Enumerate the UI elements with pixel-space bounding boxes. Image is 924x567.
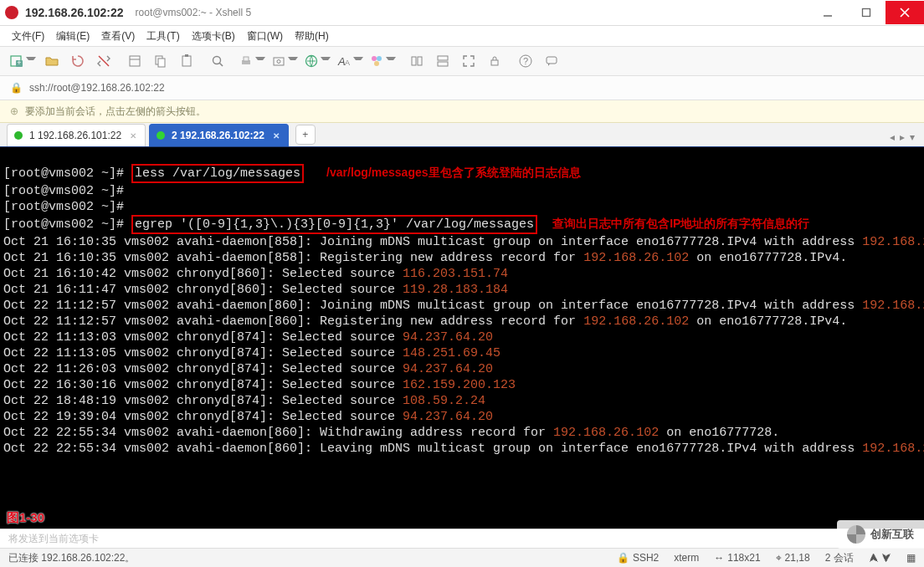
tab-2-label: 2 192.168.26.102:22 bbox=[172, 130, 264, 141]
svg-point-19 bbox=[277, 60, 280, 64]
paste-button[interactable] bbox=[174, 49, 199, 73]
svg-point-25 bbox=[374, 61, 379, 66]
tab-1[interactable]: 1 192.168.26.101:22 ✕ bbox=[7, 124, 146, 146]
svg-rect-30 bbox=[491, 60, 498, 65]
input-placeholder: 将发送到当前选项卡 bbox=[8, 532, 99, 546]
svg-text:A: A bbox=[345, 59, 350, 67]
figure-label: 图1-30 bbox=[7, 509, 44, 525]
svg-rect-18 bbox=[274, 58, 284, 65]
log-output: Oct 21 16:10:35 vms002 avahi-daemon[858]… bbox=[3, 234, 921, 457]
watermark-logo-icon bbox=[847, 525, 865, 544]
svg-text:+: + bbox=[17, 59, 21, 67]
transfer-button[interactable] bbox=[301, 49, 333, 73]
status-grid-icon[interactable]: ▦ bbox=[906, 552, 916, 564]
toggle-layout-vertical-button[interactable] bbox=[430, 49, 455, 73]
svg-rect-12 bbox=[182, 56, 191, 66]
tab-status-icon bbox=[157, 131, 165, 140]
tab-nav: ◂ ▸ ▾ bbox=[887, 131, 917, 143]
svg-point-23 bbox=[372, 56, 377, 61]
hint-bar: ⊕ 要添加当前会话，点击左侧的箭头按钮。 bbox=[0, 100, 924, 123]
svg-line-15 bbox=[219, 63, 223, 66]
cmd-egrep-box: egrep '([0-9]{1,3}\.){3}[0-9]{1,3}' /var… bbox=[131, 215, 537, 234]
prompt: [root@vms002 ~]# bbox=[3, 184, 124, 198]
title-address: 192.168.26.102:22 bbox=[25, 6, 124, 19]
copy-button[interactable] bbox=[148, 49, 173, 73]
menu-tab[interactable]: 选项卡(B) bbox=[192, 29, 235, 43]
tab-prev-icon[interactable]: ◂ bbox=[890, 131, 895, 143]
svg-text:?: ? bbox=[523, 56, 528, 66]
tab-1-label: 1 192.168.26.101:22 bbox=[29, 130, 121, 141]
annotation-less: /var/log/messages里包含了系统登陆的日志信息 bbox=[326, 166, 580, 179]
lock-icon: 🔒 bbox=[617, 552, 629, 564]
minimize-button[interactable] bbox=[808, 1, 847, 24]
forum-button[interactable] bbox=[539, 49, 564, 73]
terminal[interactable]: [root@vms002 ~]# less /var/log/messages … bbox=[0, 147, 924, 529]
toggle-layout-horizontal-button[interactable] bbox=[404, 49, 429, 73]
tab-next-icon[interactable]: ▸ bbox=[900, 131, 905, 143]
disconnect-button[interactable] bbox=[91, 49, 116, 73]
prompt: [root@vms002 ~]# bbox=[3, 166, 124, 181]
menu-view[interactable]: 查看(V) bbox=[101, 29, 135, 43]
app-logo-icon bbox=[5, 6, 18, 19]
menu-file[interactable]: 文件(F) bbox=[12, 29, 44, 43]
tab-2[interactable]: 2 192.168.26.102:22 ✕ bbox=[149, 124, 289, 146]
address-text: ssh://root@192.168.26.102:22 bbox=[29, 82, 165, 94]
maximize-button[interactable] bbox=[847, 1, 886, 24]
tab-2-close-icon[interactable]: ✕ bbox=[273, 131, 280, 140]
fullscreen-button[interactable] bbox=[456, 49, 481, 73]
svg-rect-8 bbox=[130, 56, 140, 66]
svg-rect-33 bbox=[547, 57, 557, 64]
reconnect-button[interactable] bbox=[65, 49, 90, 73]
status-bar: 已连接 192.168.26.102:22。 🔒SSH2 xterm ↔118x… bbox=[0, 548, 924, 567]
lock-button[interactable] bbox=[482, 49, 507, 73]
cmd-less-box: less /var/log/messages bbox=[131, 164, 304, 183]
find-button[interactable] bbox=[205, 49, 230, 73]
title-bar: 192.168.26.102:22 root@vms002:~ - Xshell… bbox=[0, 0, 924, 26]
svg-point-24 bbox=[377, 56, 382, 61]
status-size: ↔118x21 bbox=[714, 552, 760, 564]
cursor-icon: ⌖ bbox=[776, 552, 782, 564]
colorscheme-button[interactable] bbox=[367, 49, 398, 73]
open-button[interactable] bbox=[39, 49, 64, 73]
prompt: [root@vms002 ~]# bbox=[3, 200, 124, 214]
menu-bar: 文件(F) 编辑(E) 查看(V) 工具(T) 选项卡(B) 窗口(W) 帮助(… bbox=[0, 26, 924, 47]
help-button[interactable]: ? bbox=[513, 49, 538, 73]
hint-text: 要添加当前会话，点击左侧的箭头按钮。 bbox=[25, 105, 206, 119]
svg-rect-28 bbox=[438, 56, 448, 60]
status-sessions: 2 会话 bbox=[825, 551, 854, 565]
svg-rect-26 bbox=[412, 57, 416, 65]
close-button[interactable] bbox=[886, 1, 924, 24]
watermark: 创新互联 bbox=[837, 520, 924, 549]
annotation-egrep: 查询出日志中所有包含IP地址的所有字符信息的行 bbox=[552, 217, 809, 230]
new-session-button[interactable]: + bbox=[7, 49, 38, 73]
svg-rect-13 bbox=[185, 54, 188, 57]
lock-icon: 🔒 bbox=[10, 82, 23, 94]
tab-status-icon bbox=[14, 131, 23, 140]
command-input-bar[interactable]: 将发送到当前选项卡 bbox=[0, 529, 924, 548]
status-cursor: ⌖21,18 bbox=[776, 552, 810, 564]
add-tab-button[interactable]: + bbox=[295, 125, 316, 145]
status-ssh: 🔒SSH2 bbox=[617, 552, 659, 564]
svg-rect-27 bbox=[418, 57, 422, 65]
tab-1-close-icon[interactable]: ✕ bbox=[130, 131, 136, 140]
font-button[interactable]: AA bbox=[334, 49, 366, 73]
window-controls bbox=[808, 1, 924, 24]
status-connection: 已连接 192.168.26.102:22。 bbox=[8, 551, 135, 565]
menu-edit[interactable]: 编辑(E) bbox=[56, 29, 90, 43]
menu-tools[interactable]: 工具(T) bbox=[146, 29, 179, 43]
toolbar: + AA ? bbox=[0, 47, 924, 76]
svg-rect-29 bbox=[438, 62, 448, 66]
svg-rect-11 bbox=[158, 59, 165, 67]
svg-rect-1 bbox=[863, 9, 870, 17]
menu-help[interactable]: 帮助(H) bbox=[295, 29, 329, 43]
print-button[interactable] bbox=[236, 49, 268, 73]
size-icon: ↔ bbox=[714, 552, 724, 564]
screenshot-button[interactable] bbox=[269, 49, 300, 73]
menu-window[interactable]: 窗口(W) bbox=[247, 29, 283, 43]
status-arrows[interactable]: ⮝ ⮟ bbox=[869, 552, 891, 564]
hint-arrow-icon[interactable]: ⊕ bbox=[10, 105, 18, 117]
svg-rect-17 bbox=[244, 57, 249, 61]
address-bar[interactable]: 🔒 ssh://root@192.168.26.102:22 bbox=[0, 76, 924, 100]
tab-dropdown-icon[interactable]: ▾ bbox=[910, 131, 915, 143]
properties-button[interactable] bbox=[122, 49, 147, 73]
